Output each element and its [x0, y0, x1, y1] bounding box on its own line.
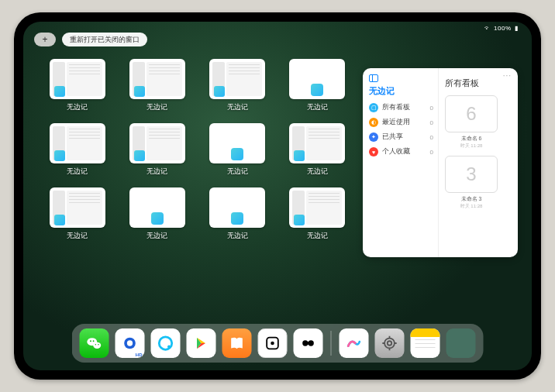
dock-app-notes[interactable] [411, 328, 440, 358]
window-tile[interactable]: 无边记 [209, 187, 267, 241]
controller-icon [300, 335, 317, 352]
window-tile[interactable]: 无边记 [48, 123, 106, 177]
svg-point-4 [95, 344, 96, 345]
svg-point-3 [93, 340, 95, 342]
freeform-panel: 无边记 ▢所有看板0◐最近使用0✦已共享0♥个人收藏0 ··· 所有看板 6未命… [363, 68, 518, 257]
svg-point-2 [90, 340, 91, 342]
sidebar-item-label: 个人收藏 [382, 147, 426, 156]
window-thumbnail [209, 59, 265, 99]
reopen-label: 重新打开已关闭的窗口 [70, 35, 140, 45]
dock-recent-folder[interactable] [446, 328, 476, 358]
svg-point-11 [271, 342, 274, 346]
window-tile-label: 无边记 [307, 231, 328, 241]
board-title: 未命名 6 [445, 135, 498, 143]
qq-icon [122, 335, 139, 352]
category-icon: ◐ [369, 118, 378, 127]
window-tile-label: 无边记 [227, 231, 248, 241]
panel-left-title: 无边记 [369, 85, 433, 97]
status-bar: ᯤ 100% ▮ [484, 25, 518, 32]
svg-point-5 [98, 344, 98, 345]
sidebar-item-label: 已共享 [382, 132, 426, 142]
window-tile-label: 无边记 [227, 102, 248, 112]
window-tile-label: 无边记 [67, 167, 88, 177]
play-icon [193, 335, 210, 352]
wifi-icon: ᯤ [484, 25, 491, 32]
sidebar-item-label: 所有看板 [382, 103, 426, 112]
window-thumbnail [209, 123, 265, 163]
dice-icon [264, 335, 281, 352]
dock-app-qqhd[interactable]: HD [115, 328, 145, 358]
window-thumbnail [289, 59, 345, 99]
window-thumbnail [50, 123, 105, 163]
window-thumbnail [289, 123, 345, 163]
gear-icon [381, 335, 398, 352]
svg-rect-14 [305, 342, 311, 345]
board-thumbnail: 3 [445, 156, 498, 193]
window-tile[interactable]: 无边记 [128, 123, 186, 177]
dock-app-play[interactable] [187, 328, 216, 358]
svg-point-15 [384, 339, 395, 349]
window-thumbnail [129, 59, 185, 99]
dock-divider [331, 331, 332, 356]
freeform-icon [346, 335, 363, 352]
svg-point-16 [388, 341, 392, 346]
dock-app-wechat[interactable] [80, 328, 109, 358]
sidebar-item-label: 最近使用 [382, 118, 426, 127]
battery-icon: ▮ [515, 25, 519, 32]
window-tile[interactable]: 无边记 [209, 123, 267, 177]
dock-app-dice[interactable] [258, 328, 288, 358]
sidebar-item[interactable]: ▢所有看板0 [369, 103, 433, 112]
dock-app-controller[interactable] [294, 328, 323, 358]
board-subtitle: 昨天 11:28 [445, 203, 498, 210]
hd-badge: HD [136, 352, 143, 357]
window-tile-label: 无边记 [307, 102, 328, 112]
dock: HD [72, 324, 484, 363]
sidebar-item-count: 0 [430, 134, 433, 141]
sidebar-toggle-icon[interactable] [369, 74, 378, 82]
sidebar-item[interactable]: ◐最近使用0 [369, 118, 433, 127]
qq-icon [157, 335, 174, 352]
board-card[interactable]: 6未命名 6昨天 11:28 [445, 95, 498, 150]
window-tile[interactable]: 无边记 [128, 59, 186, 112]
dock-app-qq[interactable] [151, 328, 181, 358]
reopen-closed-window-button[interactable]: 重新打开已关闭的窗口 [62, 33, 147, 46]
svg-point-7 [127, 340, 133, 346]
ipad-device: ᯤ 100% ▮ + 重新打开已关闭的窗口 无边记无边记无边记无边记无边记无边记… [14, 12, 541, 380]
panel-content: ··· 所有看板 6未命名 6昨天 11:283未命名 3昨天 11:28 [439, 68, 518, 257]
window-tile[interactable]: 无边记 [128, 187, 186, 241]
window-thumbnail [129, 123, 185, 163]
notes-lines [415, 339, 436, 340]
board-subtitle: 昨天 11:28 [445, 143, 498, 150]
window-tile-label: 无边记 [147, 167, 167, 177]
board-title: 未命名 3 [445, 195, 498, 203]
window-tile-label: 无边记 [227, 167, 248, 177]
window-tile-label: 无边记 [67, 102, 88, 112]
svg-point-9 [167, 346, 171, 349]
sidebar-item[interactable]: ✦已共享0 [369, 132, 433, 142]
dock-app-settings[interactable] [375, 328, 405, 358]
window-tile[interactable]: 无边记 [288, 59, 346, 112]
window-tile[interactable]: 无边记 [48, 59, 106, 112]
sidebar-item[interactable]: ♥个人收藏0 [369, 147, 433, 156]
sidebar-item-count: 0 [430, 105, 433, 112]
window-tile[interactable]: 无边记 [288, 187, 346, 241]
window-tile-label: 无边记 [307, 167, 328, 177]
dock-app-freeform[interactable] [340, 328, 369, 358]
sidebar-item-count: 0 [430, 149, 433, 156]
window-thumbnail [50, 59, 105, 99]
more-button[interactable]: ··· [503, 71, 512, 80]
panel-right-title: 所有看板 [445, 77, 512, 89]
window-tile-label: 无边记 [67, 231, 88, 241]
window-tile[interactable]: 无边记 [209, 59, 267, 112]
new-window-button[interactable]: + [34, 33, 56, 46]
board-card[interactable]: 3未命名 3昨天 11:28 [445, 156, 498, 210]
window-tile[interactable]: 无边记 [48, 187, 106, 241]
window-tile[interactable]: 无边记 [288, 123, 346, 177]
top-controls: + 重新打开已关闭的窗口 [34, 33, 147, 46]
dock-app-books[interactable] [222, 328, 252, 358]
category-icon: ♥ [369, 147, 378, 156]
panel-sidebar: 无边记 ▢所有看板0◐最近使用0✦已共享0♥个人收藏0 [363, 68, 439, 257]
category-icon: ✦ [369, 132, 378, 142]
books-icon [229, 335, 246, 352]
window-tile-label: 无边记 [147, 231, 167, 241]
